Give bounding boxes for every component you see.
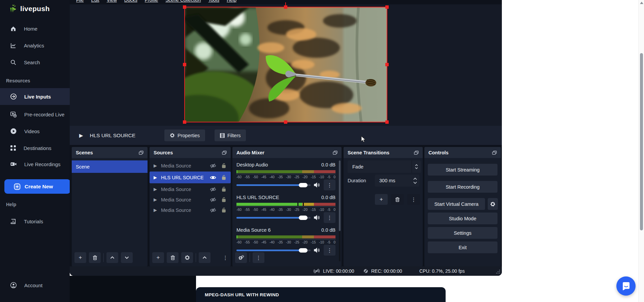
- preview-canvas[interactable]: [70, 4, 502, 126]
- video-source-preview[interactable]: [185, 7, 387, 122]
- mixer-scrollbar[interactable]: [339, 160, 341, 261]
- resize-handle-top-center[interactable]: [284, 5, 287, 9]
- page-scrollbar[interactable]: [638, 0, 644, 302]
- scene-list-item[interactable]: Scene: [72, 160, 148, 173]
- sidebar-item-search[interactable]: Search: [0, 55, 70, 69]
- mixer-more-button[interactable]: ⋮: [253, 252, 264, 263]
- source-row[interactable]: ▶ Media Source: [150, 160, 231, 171]
- resize-handle-mid-left[interactable]: [183, 63, 186, 66]
- properties-button[interactable]: Properties: [164, 129, 205, 141]
- add-scene-button[interactable]: +: [74, 252, 86, 263]
- popout-icon[interactable]: [139, 151, 143, 155]
- source-row[interactable]: ▶ Media Source: [150, 184, 231, 194]
- popout-icon[interactable]: [333, 151, 337, 155]
- resize-handle-bottom-left[interactable]: [183, 120, 186, 124]
- volume-slider[interactable]: [236, 250, 311, 251]
- menu-edit[interactable]: Edit: [88, 0, 103, 2]
- virtual-camera-settings-button[interactable]: [488, 198, 498, 210]
- sources-header[interactable]: Sources: [150, 147, 231, 158]
- source-row-selected[interactable]: ▶ HLS URL SOURCE: [150, 172, 231, 183]
- eye-slash-icon[interactable]: [210, 187, 216, 192]
- menu-file[interactable]: File: [72, 0, 88, 2]
- advanced-audio-button[interactable]: [235, 252, 247, 263]
- stream-card[interactable]: MPEG-DASH URL WITH REWIND: [196, 287, 446, 302]
- volume-slider[interactable]: [236, 184, 311, 186]
- scrollbar-up-arrow[interactable]: [640, 2, 643, 4]
- resize-handle-mid-right[interactable]: [385, 63, 389, 66]
- analytics-icon: [10, 42, 17, 49]
- menu-profile[interactable]: Profile: [141, 0, 162, 2]
- menu-docks[interactable]: Docks: [121, 0, 141, 2]
- menu-tools[interactable]: Tools: [204, 0, 223, 2]
- sidebar-item-videos[interactable]: Videos: [0, 124, 70, 138]
- resize-handle-top-right[interactable]: [385, 5, 389, 9]
- sidebar-item-account[interactable]: Account: [0, 278, 70, 292]
- channel-options-button[interactable]: ⋮: [324, 212, 335, 223]
- menu-scene-collection[interactable]: Scene Collection: [162, 0, 204, 2]
- move-source-up-button[interactable]: [199, 252, 211, 263]
- menu-help[interactable]: Help: [223, 0, 240, 2]
- popout-icon[interactable]: [414, 151, 419, 155]
- add-source-button[interactable]: +: [152, 252, 164, 263]
- resize-handle-bottom-center[interactable]: [284, 120, 287, 124]
- remove-source-button[interactable]: [167, 252, 179, 263]
- popout-icon[interactable]: [222, 151, 227, 155]
- popout-icon[interactable]: [492, 151, 497, 155]
- transition-select[interactable]: Fade: [348, 160, 421, 173]
- start-virtual-camera-button[interactable]: Start Virtual Camera: [428, 198, 485, 210]
- create-new-button[interactable]: Create New: [4, 179, 70, 194]
- sidebar-item-pre-recorded[interactable]: Pre-recorded Live: [0, 108, 70, 121]
- eye-slash-icon[interactable]: [210, 163, 216, 168]
- speaker-icon[interactable]: [314, 182, 320, 188]
- sidebar-item-live-recordings[interactable]: Live Recordings: [0, 157, 70, 171]
- speaker-icon[interactable]: [314, 215, 320, 220]
- logo[interactable]: livepush: [9, 3, 50, 14]
- controls-header[interactable]: Controls: [424, 147, 501, 158]
- eye-icon[interactable]: [210, 175, 216, 180]
- unlock-icon[interactable]: [222, 163, 226, 168]
- duration-spinner[interactable]: [411, 178, 419, 184]
- duration-spinbox[interactable]: 300 ms: [375, 175, 419, 187]
- resize-handle-top-left[interactable]: [183, 5, 186, 9]
- move-scene-up-button[interactable]: [106, 252, 118, 263]
- start-streaming-button[interactable]: Start Streaming: [428, 164, 497, 176]
- source-properties-button[interactable]: [181, 252, 193, 263]
- sources-more-button[interactable]: ⋮: [223, 255, 228, 261]
- scrollbar-thumb[interactable]: [640, 53, 643, 230]
- transitions-header[interactable]: Scene Transitions: [344, 147, 423, 158]
- source-row[interactable]: ▶ Media Source: [150, 194, 231, 205]
- remove-transition-button[interactable]: [391, 194, 404, 205]
- menu-view[interactable]: View: [103, 0, 121, 2]
- resize-handle-bottom-right[interactable]: [385, 120, 389, 124]
- start-recording-button[interactable]: Start Recording: [428, 181, 497, 193]
- media-play-icon: ▶: [154, 187, 161, 192]
- unlock-icon[interactable]: [222, 197, 226, 202]
- exit-button[interactable]: Exit: [428, 241, 497, 253]
- eye-slash-icon[interactable]: [210, 197, 216, 202]
- rotate-handle[interactable]: [285, 2, 286, 5]
- sidebar-item-home[interactable]: Home: [0, 22, 70, 35]
- settings-button[interactable]: Settings: [428, 227, 497, 239]
- filters-button[interactable]: Filters: [215, 129, 246, 141]
- transition-options-button[interactable]: ⋮: [407, 194, 420, 205]
- resize-grip[interactable]: [496, 269, 500, 275]
- sidebar-item-live-inputs[interactable]: Live Inputs: [0, 88, 70, 105]
- scenes-header[interactable]: Scenes: [72, 147, 148, 158]
- sidebar-item-analytics[interactable]: Analytics: [0, 39, 70, 52]
- sidebar-item-destinations[interactable]: Destinations: [0, 141, 70, 155]
- audio-mixer-header[interactable]: Audio Mixer: [232, 147, 342, 158]
- select-spinner[interactable]: [412, 160, 421, 173]
- unlock-icon[interactable]: [222, 187, 226, 192]
- source-row[interactable]: ▶ Media Source: [150, 205, 231, 215]
- remove-scene-button[interactable]: [89, 252, 101, 263]
- unlock-icon[interactable]: [222, 207, 226, 213]
- channel-options-button[interactable]: ⋮: [324, 180, 335, 190]
- sidebar-item-tutorials[interactable]: Tutorials: [0, 215, 70, 228]
- eye-slash-icon[interactable]: [210, 208, 216, 213]
- chat-launcher-button[interactable]: [616, 276, 636, 296]
- add-transition-button[interactable]: +: [375, 194, 388, 205]
- move-scene-down-button[interactable]: [121, 252, 133, 263]
- unlock-icon[interactable]: [222, 175, 226, 180]
- volume-slider[interactable]: [236, 217, 311, 219]
- studio-mode-button[interactable]: Studio Mode: [428, 213, 497, 224]
